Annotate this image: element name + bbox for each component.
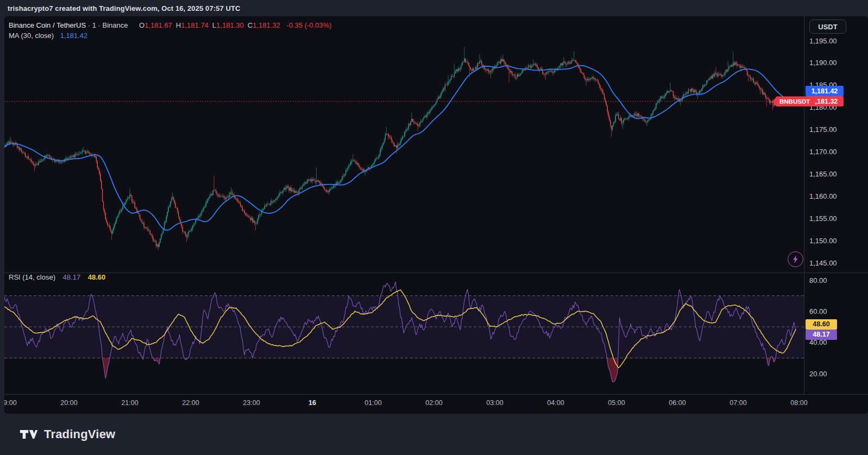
rsi-indicator-label[interactable]: RSI (14, close) <box>9 273 55 281</box>
ohlc-value: 1,181.32 <box>253 21 280 29</box>
main-pane-legend: Binance Coin / TetherUS · 1 · Binance O1… <box>9 21 331 41</box>
change-value: -0.35 (-0.03%) <box>286 21 331 29</box>
ohlc-values: O1,181.67H1,181.74L1,181.30C1,181.32 <box>135 21 280 29</box>
time-tick-label: 20:00 <box>60 399 77 407</box>
time-tick-label: 23:00 <box>243 399 260 407</box>
time-tick-label: 07:00 <box>729 399 746 407</box>
ohlc-key: O <box>139 21 144 29</box>
rsi-tick-label: 40.00 <box>809 339 827 346</box>
symbol-title[interactable]: Binance Coin / TetherUS <box>9 21 86 29</box>
tradingview-wordmark[interactable]: TradingView <box>44 427 115 441</box>
ma-price-badge: 1,181.42 <box>806 86 844 96</box>
separator-dot: · <box>88 21 92 29</box>
price-tick-label: 1,150.00 <box>809 237 837 244</box>
ma-indicator-label[interactable]: MA (30, close) <box>9 31 54 40</box>
symbol-price-tag: BNBUSDT <box>772 96 815 106</box>
flash-snapshot-button[interactable] <box>788 251 803 267</box>
rsi-badge: 48.17 <box>806 330 837 340</box>
rsi-tick-label: 60.00 <box>809 308 827 315</box>
time-tick-label: 01:00 <box>364 399 381 407</box>
tradingview-logo-icon[interactable] <box>20 428 38 440</box>
price-tick-label: 1,190.00 <box>809 59 837 66</box>
footer-bar: TradingView <box>0 414 868 455</box>
attribution-bar: trishacrypto7 created with TradingView.c… <box>0 0 868 16</box>
rsi-tick-label: 20.00 <box>809 370 827 377</box>
rsi-ma-value: 48.60 <box>88 273 106 281</box>
ohlc-value: 1,181.74 <box>181 21 209 29</box>
ma-legend-row: MA (30, close) 1,181.42 <box>9 31 331 41</box>
price-tick-label: 1,145.00 <box>809 260 837 267</box>
symbol-ohlc-row: Binance Coin / TetherUS · 1 · Binance O1… <box>9 21 331 30</box>
time-tick-label: 02:00 <box>425 399 442 407</box>
ohlc-value: 1,181.67 <box>144 21 172 29</box>
price-tick-label: 1,155.00 <box>809 215 837 222</box>
time-tick-label: 21:00 <box>121 399 138 407</box>
price-tick-label: 1,195.00 <box>809 37 837 45</box>
price-tick-label: 1,165.00 <box>809 170 837 178</box>
price-tick-label: 1,175.00 <box>809 126 837 133</box>
time-tick-label: 05:00 <box>608 399 625 407</box>
ohlc-key: H <box>176 21 181 29</box>
rsi-pane-legend: RSI (14, close) 48.17 48.60 <box>9 273 105 281</box>
ohlc-key: C <box>248 21 253 29</box>
price-rsi-chart[interactable] <box>4 16 868 414</box>
time-tick-label: 06:00 <box>669 399 685 407</box>
separator-dot: · <box>96 21 103 29</box>
rsi-tick-label: 80.00 <box>809 277 827 284</box>
exchange-label: Binance <box>103 21 128 29</box>
time-tick-label: 03:00 <box>486 399 503 407</box>
ohlc-key: L <box>212 21 216 29</box>
attribution-text: trishacrypto7 created with TradingView.c… <box>8 4 241 12</box>
rsi-value: 48.17 <box>63 273 81 281</box>
price-tick-label: 1,170.00 <box>809 148 837 155</box>
price-tick-label: 1,160.00 <box>809 193 837 200</box>
ma-indicator-value: 1,181.42 <box>60 31 88 40</box>
currency-toggle-button[interactable]: USDT <box>809 20 846 34</box>
interval-label[interactable]: 1 <box>92 21 96 29</box>
time-tick-label: 22:00 <box>182 399 199 407</box>
tradingview-snapshot: trishacrypto7 created with TradingView.c… <box>0 0 868 455</box>
time-tick-label: 04:00 <box>547 399 564 407</box>
chart-panel[interactable]: Binance Coin / TetherUS · 1 · Binance O1… <box>4 16 868 414</box>
rsi-ma-badge: 48.60 <box>806 319 837 330</box>
time-tick-label: 08:00 <box>790 399 807 407</box>
ohlc-value: 1,181.30 <box>216 21 244 29</box>
lightning-bolt-icon <box>791 255 800 264</box>
time-tick-label: 19:00 <box>4 399 17 407</box>
time-tick-label: 16 <box>309 399 316 407</box>
